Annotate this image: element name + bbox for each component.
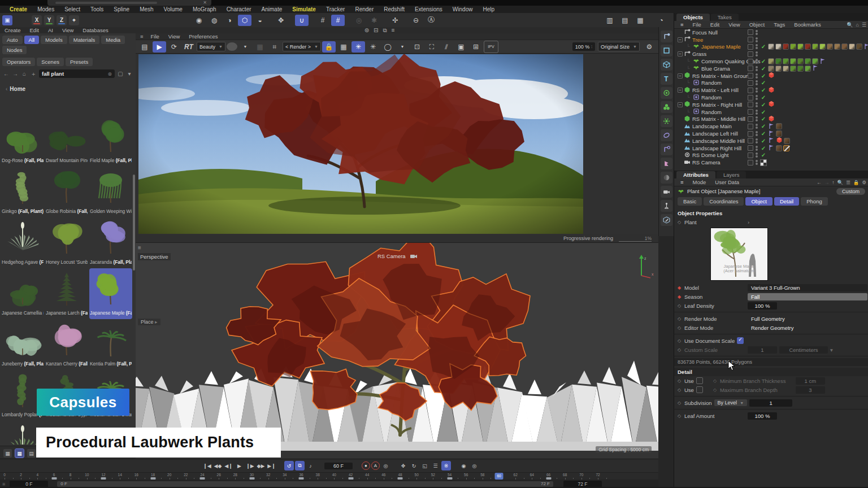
asset-tile[interactable]: Ginkgo (Fall, Plant) (1, 167, 44, 217)
playhead[interactable]: 60 (495, 473, 504, 480)
dot-render[interactable] (756, 62, 758, 64)
material-tag[interactable] (783, 58, 789, 64)
attr-burger-icon[interactable]: ≡ (676, 179, 688, 185)
phong-tag-icon[interactable] (768, 144, 775, 152)
attr-unit-dropdown[interactable]: Centimeters (779, 346, 828, 354)
breadcrumb-back-icon[interactable]: ‹ (6, 86, 7, 92)
dot-render[interactable] (756, 83, 758, 85)
menu-mograph[interactable]: MoGraph (188, 6, 222, 12)
dot-render[interactable] (756, 112, 758, 115)
enabled-check-icon[interactable]: ✓ (760, 94, 767, 101)
enabled-check-icon[interactable]: ✓ (760, 109, 767, 115)
perspective-view-label[interactable]: Perspective (138, 253, 171, 260)
material-tag[interactable] (775, 66, 782, 72)
enable-toggle[interactable] (748, 29, 753, 35)
refresh-icon[interactable]: ⟳ (167, 41, 181, 53)
rv-menu-preferences[interactable]: Preferences (185, 33, 222, 40)
expand-toggle-icon[interactable]: − (678, 88, 683, 93)
material-tag[interactable] (768, 43, 774, 50)
material-tag[interactable] (775, 43, 782, 50)
grid-snap-icon[interactable]: # (316, 15, 329, 26)
nav-add-icon[interactable]: ＋ (30, 70, 37, 78)
dot-editor[interactable] (756, 73, 758, 76)
expand-toggle-icon[interactable]: − (678, 102, 683, 107)
dot-editor[interactable] (756, 88, 758, 90)
asset-tile[interactable]: Golden Weeping Willo... (89, 167, 132, 217)
material-tag[interactable] (812, 58, 818, 64)
enable-toggle[interactable] (748, 109, 753, 115)
attr-settings-icon[interactable]: ⚙ (862, 180, 866, 185)
quantize-snap-icon[interactable]: # (331, 15, 345, 26)
om-item[interactable]: RS Camera (674, 159, 868, 166)
filter-tab-materials[interactable]: Materials (69, 36, 100, 44)
model-mode-button[interactable]: ▣ (2, 15, 12, 25)
simulation-gear-icon[interactable] (661, 115, 672, 127)
material-tag[interactable] (775, 58, 782, 64)
menu-character[interactable]: Character (222, 6, 257, 12)
nav-forward-icon[interactable]: → (12, 71, 19, 77)
next-frame-button[interactable]: ❙▶ (245, 461, 255, 470)
attr-pill-detail[interactable]: Detail (774, 197, 799, 206)
filter-tab-auto[interactable]: Auto (2, 36, 23, 44)
grid9-icon[interactable]: ▦ (337, 41, 350, 53)
dot-render[interactable] (756, 149, 758, 151)
enable-toggle[interactable] (748, 138, 753, 143)
asset-dropdown-icon[interactable]: ▾ (126, 71, 133, 77)
compare-icon[interactable]: ⫽ (440, 41, 453, 53)
om-burger-icon[interactable]: ≡ (676, 21, 688, 28)
rgb-channel-icon[interactable] (227, 42, 237, 51)
material-tag[interactable] (827, 43, 833, 50)
filter-tab-models[interactable]: Models (41, 36, 67, 44)
dot-render[interactable] (756, 33, 758, 35)
material-pen-icon[interactable] (661, 214, 672, 226)
om-item[interactable]: └Japanese Maple✓ (674, 43, 868, 51)
workplane-icon[interactable]: ⊖ (409, 15, 423, 26)
material-tag[interactable] (797, 43, 804, 50)
enabled-check-icon[interactable]: ✓ (760, 145, 767, 151)
om-item[interactable]: Landscape Right Hill✓ (674, 145, 868, 152)
asset-tile[interactable]: Hedgehog Agave (Fall... (1, 217, 44, 268)
goto-end-button[interactable]: ▶❙ (267, 461, 276, 470)
softbody-icon[interactable]: ◑ (223, 15, 236, 26)
material-tag-disabled[interactable] (783, 145, 789, 151)
rigidbody-icon[interactable]: ⬡ (238, 15, 251, 26)
dot-editor[interactable] (756, 102, 758, 104)
expand-icon[interactable]: ⛶ (425, 41, 439, 53)
burger-menu-icon[interactable]: ≡ (392, 27, 395, 34)
attr-back-icon[interactable]: ← (817, 180, 822, 185)
simulate-scene-icon[interactable]: ◉ (192, 15, 206, 26)
om-home-icon[interactable]: ⌂ (856, 22, 858, 28)
dot-render[interactable] (756, 47, 758, 49)
axis-lock-x[interactable]: X (32, 15, 42, 25)
material-tag[interactable] (812, 43, 818, 50)
asset-tile[interactable]: Globe Robinia (Fall, Pl... (45, 167, 88, 217)
image-icon[interactable]: ▣ (454, 41, 468, 53)
om-item[interactable]: Landscape Main✓ (674, 123, 868, 130)
om-item[interactable]: └Random✓ (674, 108, 868, 116)
attr-pill-phong[interactable]: Phong (801, 197, 827, 206)
enable-toggle[interactable] (748, 145, 753, 151)
asset-tile[interactable]: Kanzan Cherry (Fall, Pl... (45, 319, 88, 370)
key-selection-toggle[interactable]: ※ (441, 461, 451, 470)
om-menu-edit[interactable]: Edit (706, 21, 723, 28)
dot-editor[interactable] (756, 138, 758, 141)
filter-tab-media[interactable]: Media (101, 36, 125, 44)
key-position-toggle[interactable]: ✥ (398, 461, 408, 470)
cluster-icon[interactable] (661, 101, 672, 113)
timeline-ruler[interactable]: 0246810121416182022242628303234363840424… (0, 472, 658, 480)
om-item[interactable]: −RS Matrix - Right Hill✓ (674, 101, 868, 108)
attr-pill-object[interactable]: Object (745, 197, 772, 206)
ab-menu-create[interactable]: Create (0, 27, 25, 33)
enable-toggle[interactable] (748, 124, 753, 129)
enabled-check-icon[interactable]: ✓ (760, 116, 767, 122)
film-icon[interactable]: ▤ (138, 41, 151, 53)
thumb-large-view-icon[interactable]: ▦ (15, 449, 24, 457)
om-item[interactable]: −RS Matrix - Main Ground✓ (674, 72, 868, 80)
material-tag[interactable] (797, 58, 804, 64)
database-icon[interactable]: ⊜ (364, 27, 369, 34)
asset-tile[interactable]: Juneberry (Fall, Plant) (1, 319, 44, 370)
om-item[interactable]: −Grass (674, 50, 868, 58)
attr-dropdown[interactable]: Full Geometry (748, 315, 867, 323)
om-item[interactable]: Focus Null (674, 29, 868, 36)
dot-editor[interactable] (756, 51, 758, 54)
